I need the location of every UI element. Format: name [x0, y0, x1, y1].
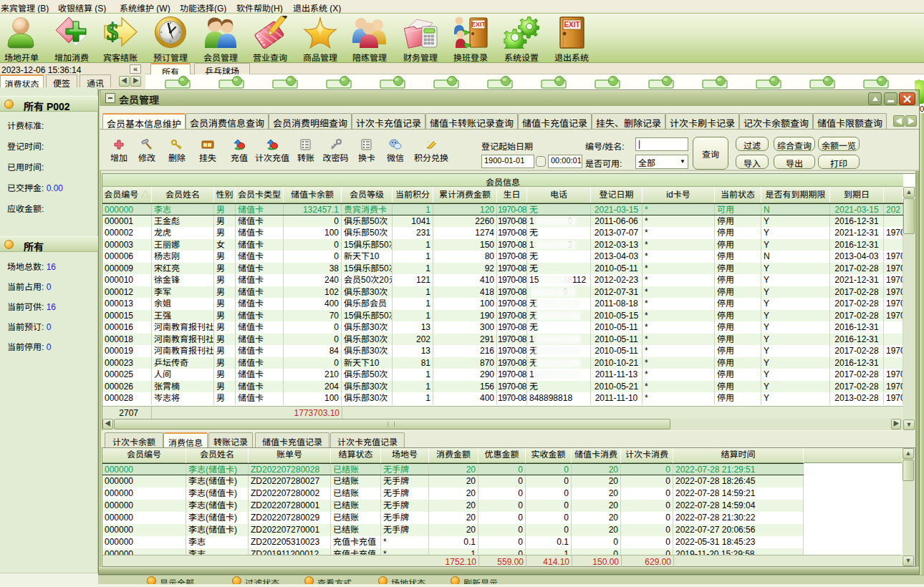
svg-text:EXIT: EXIT: [564, 21, 579, 29]
svg-text:$: $: [107, 19, 119, 45]
svg-text:EXIT: EXIT: [471, 21, 486, 28]
